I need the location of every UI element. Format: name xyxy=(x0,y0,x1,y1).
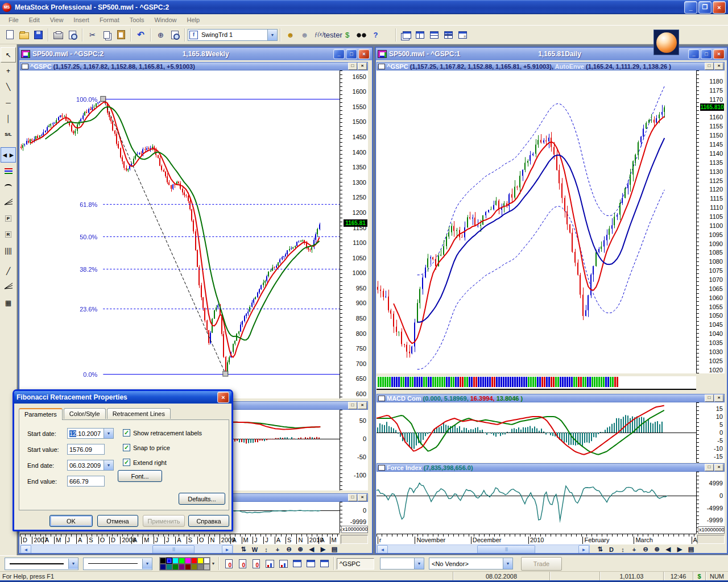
menu-window[interactable]: Window xyxy=(149,15,181,24)
palette-color-1[interactable] xyxy=(166,558,172,564)
tab-retracement-lines[interactable]: Retracement Lines xyxy=(107,408,171,419)
scrollbar-right-arrow[interactable]: ► xyxy=(578,545,589,553)
search-binoculars-button[interactable] xyxy=(354,28,369,42)
palette-color-6[interactable] xyxy=(197,558,204,564)
issue-combobox[interactable]: ▼ xyxy=(380,558,424,569)
horizontal-scrollbar[interactable]: ◄► xyxy=(20,544,233,553)
checkbox-snap-to-price[interactable]: ✓ xyxy=(123,444,130,451)
menu-file[interactable]: File xyxy=(3,15,24,24)
weekly-window-titlebar[interactable]: SP500.mwl - ^GSPC:2 1,165.81 Weekly _ □ … xyxy=(19,48,372,60)
daily-price-panel-header[interactable]: ^GSPC (1,157.25, 1,167.82, 1,152.88, 1,1… xyxy=(377,62,725,70)
expand-compress-tool[interactable]: ◄► xyxy=(1,147,16,163)
menu-tools[interactable]: Tools xyxy=(125,15,150,24)
panel-restore-button[interactable]: □ xyxy=(348,63,357,70)
periodicity-button[interactable]: D xyxy=(606,544,617,553)
fibonacci-arcs-tool[interactable] xyxy=(1,179,16,194)
zoom-out-button[interactable]: ⊖ xyxy=(640,544,651,553)
tile-vertical-button[interactable] xyxy=(413,28,427,42)
horizontal-line-tool[interactable]: ─ xyxy=(1,95,16,110)
tile-grid-button[interactable] xyxy=(441,28,456,42)
print-button[interactable] xyxy=(51,28,65,42)
menu-view[interactable]: View xyxy=(45,15,69,24)
panel-close-button[interactable]: × xyxy=(714,63,723,70)
the-explorer-button[interactable]: ☻ xyxy=(297,28,312,42)
daily-force-panel-header[interactable]: Force Index (7,835,398,656.0) □ × xyxy=(377,463,725,472)
daily-restore-button[interactable]: □ xyxy=(701,49,712,59)
scroll-left-button[interactable]: ◀ xyxy=(663,544,674,553)
diagonal-line-tool[interactable]: ╱ xyxy=(1,263,16,278)
open-order-doc-1-button[interactable] xyxy=(222,557,235,571)
palette-color-8[interactable] xyxy=(160,564,166,570)
layout-mid-button[interactable] xyxy=(304,557,317,571)
panel-close-button[interactable]: × xyxy=(358,402,367,409)
cascade-windows-button[interactable] xyxy=(399,28,413,42)
line-weight-dropdown-arrow[interactable]: ▼ xyxy=(142,559,152,569)
end-value-input[interactable]: 666.79 xyxy=(67,476,105,487)
daily-price-plot[interactable] xyxy=(377,70,696,373)
open-order-doc-3-button[interactable] xyxy=(249,557,263,571)
scroll-right-button[interactable]: ▶ xyxy=(674,544,685,553)
menu-format[interactable]: Format xyxy=(94,15,125,24)
semilog-tool[interactable]: S/L xyxy=(1,127,16,142)
palette-dropdown-arrow[interactable]: ▼ xyxy=(210,557,216,571)
start-date-dropdown-arrow[interactable]: ▼ xyxy=(104,429,113,438)
start-value-input[interactable]: 1576.09 xyxy=(67,444,105,455)
ok-button[interactable]: OK xyxy=(49,515,93,527)
new-document-button[interactable] xyxy=(3,28,17,42)
help-button[interactable]: Справка xyxy=(188,515,229,527)
weekly-close-button[interactable]: × xyxy=(358,49,370,59)
palette-color-2[interactable] xyxy=(172,558,179,564)
formula-dropdown-arrow[interactable]: ▼ xyxy=(267,30,277,40)
defaults-button[interactable]: Defaults... xyxy=(179,493,225,505)
refresh-button[interactable]: ⇅ xyxy=(238,544,249,553)
open-chart-button[interactable] xyxy=(17,28,31,42)
weekly-restore-button[interactable]: □ xyxy=(346,49,357,59)
checkbox-extend-right[interactable]: ✓ xyxy=(123,459,130,466)
zoom-in-button[interactable]: ⊕ xyxy=(295,544,306,553)
weekly-price-plot[interactable] xyxy=(20,70,340,398)
periodicity-button[interactable]: W xyxy=(249,544,260,553)
scroll-right-button[interactable]: ▶ xyxy=(317,544,329,553)
apply-button[interactable]: Применить xyxy=(143,515,185,527)
panel-close-button[interactable]: × xyxy=(714,464,723,471)
daily-close-button[interactable]: × xyxy=(713,49,725,59)
zoom-in-button[interactable]: ⊕ xyxy=(651,544,663,553)
cut-button[interactable]: ✂ xyxy=(85,28,100,42)
symbol-box[interactable]: ^GSPC xyxy=(337,558,374,569)
pointer-tool[interactable]: ↖ xyxy=(1,47,16,63)
window-options-button[interactable] xyxy=(456,28,470,42)
close-button[interactable]: × xyxy=(713,1,726,14)
palette-color-0[interactable] xyxy=(160,558,166,564)
retracement-r-tool[interactable]: R xyxy=(1,227,16,242)
trendline-tool[interactable]: ╲ xyxy=(1,79,16,94)
panel-close-button[interactable]: × xyxy=(714,394,723,402)
refresh-button[interactable]: ⇅ xyxy=(594,544,606,553)
gann-grid-tool[interactable]: ▦ xyxy=(1,295,16,310)
fit-vertical-button[interactable]: ↕ xyxy=(617,544,628,553)
fibonacci-fan-tool[interactable] xyxy=(1,195,16,210)
scrollbar-right-arrow[interactable]: ► xyxy=(222,545,233,553)
checkbox-show-retracement-labels[interactable]: ✓ xyxy=(123,429,130,436)
layout-bottom-button[interactable] xyxy=(317,557,331,571)
trade-button[interactable]: Trade xyxy=(521,557,562,571)
end-date-combobox[interactable]: 06.03.2009 ▼ xyxy=(67,460,114,471)
chart-stats-2-button[interactable] xyxy=(276,557,290,571)
panel-close-button[interactable]: × xyxy=(358,63,367,70)
vertical-line-tool[interactable]: │ xyxy=(1,111,16,126)
menu-insert[interactable]: Insert xyxy=(68,15,94,24)
palette-color-11[interactable] xyxy=(179,564,185,570)
fibonacci-timezones-tool[interactable]: |||| xyxy=(1,243,16,258)
restore-button[interactable]: ❐ xyxy=(698,1,712,14)
weekly-price-panel-header[interactable]: ^GSPC (1,157.25, 1,167.82, 1,152.88, 1,1… xyxy=(20,62,368,70)
horizontal-scrollbar[interactable]: ◄► xyxy=(377,544,590,553)
daily-macd-plot[interactable] xyxy=(377,402,696,463)
crosshair-tool[interactable]: + xyxy=(1,63,16,78)
zoom-out-button[interactable]: ⊖ xyxy=(283,544,295,553)
font-button[interactable]: Font... xyxy=(118,470,162,482)
tab-color-style[interactable]: Color/Style xyxy=(64,408,106,419)
start-date-combobox[interactable]: 12.10.2007 ▼ xyxy=(67,428,114,439)
panel-restore-button[interactable]: □ xyxy=(705,394,714,402)
data-window-button[interactable]: ▤ xyxy=(329,544,340,553)
vendor-dropdown-arrow[interactable]: ▼ xyxy=(503,558,512,569)
system-tester-button[interactable]: tester xyxy=(326,28,340,42)
